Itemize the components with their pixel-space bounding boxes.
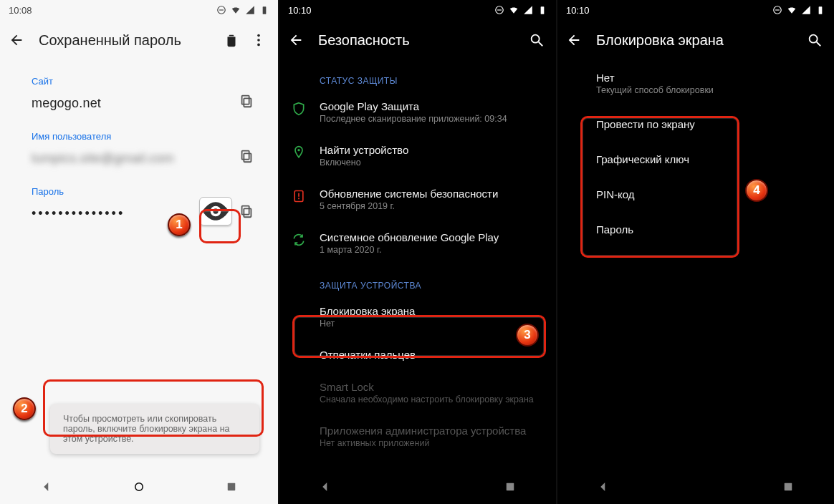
dnd-icon — [772, 5, 782, 15]
password-value: •••••••••••••• — [32, 202, 199, 221]
item-subtitle: Нет — [320, 319, 545, 329]
eye-icon — [200, 195, 231, 227]
svg-rect-11 — [244, 208, 251, 217]
copy-site-button[interactable] — [232, 87, 261, 115]
item-title: Отпечатки пальцев — [320, 349, 545, 361]
signal-icon — [245, 5, 255, 15]
svg-point-10 — [213, 208, 218, 213]
page-title: Сохраненный пароль — [39, 32, 209, 49]
copy-username-button[interactable] — [232, 142, 261, 170]
app-bar: Безопасность — [279, 20, 556, 60]
item-title: Smart Lock — [320, 381, 545, 393]
security-item[interactable]: Google Play Защита Последнее сканировани… — [291, 90, 545, 134]
device-security-item: Smart Lock Сначала необходимо настроить … — [291, 371, 545, 415]
svg-rect-17 — [541, 6, 545, 14]
status-bar: 10:08 — [0, 0, 278, 20]
device-security-item[interactable]: Блокировка экрана Нет — [291, 295, 545, 339]
current-lock-sub: Текущий способ блокировки — [596, 85, 823, 95]
content: СТАТУС ЗАЩИТЫ Google Play Защита Последн… — [279, 76, 556, 458]
item-subtitle: 5 сентября 2019 г. — [320, 201, 545, 211]
site-value: megogo.net — [32, 92, 232, 111]
site-label: Сайт — [32, 76, 261, 87]
back-icon[interactable] — [288, 32, 304, 48]
svg-point-13 — [135, 483, 143, 491]
security-item[interactable]: Системное обновление Google Play 1 марта… — [291, 221, 545, 265]
annotation-badge-2: 2 — [13, 397, 36, 420]
security-item[interactable]: Обновление системы безопасности 5 сентяб… — [291, 178, 545, 221]
content: Нет Текущий способ блокировки Провести п… — [557, 60, 834, 247]
lock-option-title: PIN-код — [596, 188, 823, 200]
lock-option[interactable]: PIN-код — [585, 177, 834, 212]
nav-home-icon[interactable] — [411, 480, 424, 493]
lock-option-title: Графический ключ — [596, 153, 823, 165]
page-title: Блокировка экрана — [596, 32, 792, 49]
nav-back-icon[interactable] — [40, 480, 53, 493]
username-label: Имя пользователя — [32, 131, 261, 142]
username-row: lumpics.site@gmail.com — [32, 142, 261, 170]
item-subtitle: Сначала необходимо настроить блокировку … — [320, 394, 545, 404]
svg-rect-25 — [506, 483, 514, 491]
back-icon[interactable] — [566, 32, 582, 48]
svg-point-31 — [692, 483, 700, 491]
delete-icon[interactable] — [224, 32, 239, 48]
svg-point-18 — [532, 35, 540, 43]
item-subtitle: Последнее сканирование приложений: 09:34 — [320, 114, 545, 124]
screenshot-screen-lock: 10:10 Блокировка экрана Нет Текущий спос… — [556, 0, 834, 504]
page-title: Безопасность — [318, 32, 514, 49]
nav-bar — [0, 470, 278, 504]
site-row: megogo.net — [32, 87, 261, 115]
lock-option[interactable]: Пароль — [585, 212, 834, 247]
overflow-icon[interactable] — [251, 32, 267, 48]
copy-password-button[interactable] — [232, 197, 261, 226]
svg-line-19 — [539, 42, 543, 47]
nav-back-icon[interactable] — [319, 480, 332, 493]
item-title: Найти устройство — [320, 144, 545, 156]
svg-point-4 — [257, 39, 260, 42]
search-icon[interactable] — [529, 32, 545, 48]
svg-rect-6 — [244, 98, 251, 107]
svg-point-29 — [810, 35, 818, 43]
battery-icon — [537, 5, 547, 15]
lock-option-title: Провести по экрану — [596, 118, 823, 130]
svg-rect-12 — [242, 206, 249, 215]
search-icon[interactable] — [807, 32, 823, 48]
warn-icon — [291, 188, 307, 203]
nav-recent-icon[interactable] — [225, 480, 238, 493]
back-icon[interactable] — [9, 32, 24, 48]
item-title: Google Play Защита — [320, 100, 545, 112]
nav-back-icon[interactable] — [597, 480, 610, 493]
battery-icon — [259, 5, 269, 15]
svg-rect-14 — [228, 483, 236, 491]
device-security-item[interactable]: Отпечатки пальцев — [291, 339, 545, 371]
current-lock-item[interactable]: Нет Текущий способ блокировки — [585, 60, 834, 107]
password-row: •••••••••••••• — [32, 197, 261, 226]
update-icon — [291, 231, 307, 247]
svg-point-5 — [257, 44, 260, 47]
app-bar: Блокировка экрана — [557, 20, 834, 60]
shield-icon — [291, 100, 307, 116]
lock-option[interactable]: Провести по экрану — [585, 107, 834, 142]
section-device-security: ЗАЩИТА УСТРОЙСТВА — [320, 281, 545, 291]
clock: 10:10 — [288, 5, 312, 16]
lock-option[interactable]: Графический ключ — [585, 142, 834, 177]
nav-bar — [279, 470, 556, 504]
svg-rect-7 — [242, 96, 249, 105]
nav-home-icon[interactable] — [133, 480, 145, 493]
svg-point-20 — [297, 149, 299, 151]
nav-recent-icon[interactable] — [504, 480, 517, 493]
svg-line-30 — [817, 42, 821, 47]
status-icons — [772, 5, 825, 15]
item-title: Обновление системы безопасности — [320, 188, 545, 200]
dnd-icon — [494, 5, 504, 15]
username-value: lumpics.site@gmail.com — [32, 147, 232, 166]
security-item[interactable]: Найти устройство Включено — [291, 134, 545, 178]
nav-home-icon[interactable] — [689, 480, 702, 493]
status-icons — [494, 5, 547, 15]
item-subtitle: 1 марта 2020 г. — [320, 245, 545, 255]
show-password-button[interactable] — [199, 197, 232, 226]
current-lock-title: Нет — [596, 72, 823, 84]
screenshot-security: 10:10 Безопасность СТАТУС ЗАЩИТЫ Google … — [278, 0, 556, 504]
lock-option-title: Пароль — [596, 223, 823, 236]
nav-recent-icon[interactable] — [782, 480, 795, 493]
clock: 10:08 — [9, 5, 32, 16]
